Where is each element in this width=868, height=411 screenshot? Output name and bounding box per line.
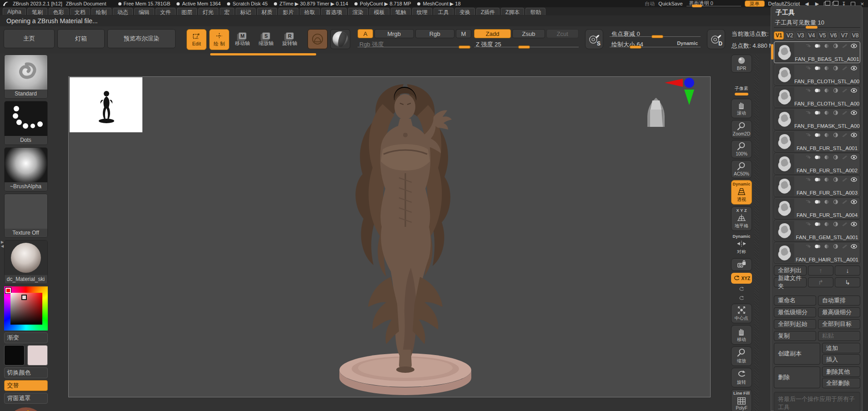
menu-item[interactable]: 渲染 bbox=[348, 8, 368, 15]
color-picker[interactable] bbox=[4, 286, 48, 331]
move-down-button[interactable]: ↓ bbox=[835, 266, 860, 276]
move-axis-button[interactable]: M 移动轴 bbox=[232, 29, 253, 50]
secondary-color-swatch[interactable] bbox=[27, 345, 48, 366]
menu-item[interactable]: 动态 bbox=[113, 8, 133, 15]
contrast-icon[interactable] bbox=[833, 177, 839, 182]
contrast-icon[interactable] bbox=[833, 132, 839, 138]
subtool-thumbnail[interactable] bbox=[775, 43, 794, 62]
list-select-icon[interactable] bbox=[805, 43, 812, 49]
draw-size-nub[interactable] bbox=[630, 45, 641, 49]
rgb-button[interactable]: Rgb bbox=[415, 29, 455, 38]
eye-visibility-icon[interactable] bbox=[851, 155, 857, 160]
pen-icon[interactable] bbox=[842, 244, 848, 249]
zcut-button[interactable]: Zcut bbox=[546, 29, 579, 38]
alternate-button[interactable]: 交替 bbox=[4, 380, 48, 391]
brush-thumbnail[interactable] bbox=[5, 55, 47, 90]
menu-item[interactable]: 编辑 bbox=[134, 8, 154, 15]
subtool-thumbnail[interactable] bbox=[775, 154, 794, 174]
auto-reorder-button[interactable]: 自动重排 bbox=[818, 296, 860, 306]
subtool-thumbnail[interactable] bbox=[775, 132, 794, 151]
rename-button[interactable]: 重命名 bbox=[774, 296, 816, 306]
mrgb-button[interactable]: Mrgb bbox=[374, 29, 414, 38]
strip-tool-button[interactable]: BPR bbox=[731, 55, 752, 73]
pen-icon[interactable] bbox=[842, 132, 848, 138]
alpha-selector[interactable]: ~BrushAlpha bbox=[4, 147, 48, 191]
subtool-thumbnail[interactable] bbox=[775, 87, 794, 107]
texture-thumbnail[interactable] bbox=[5, 194, 47, 229]
list-select-icon[interactable] bbox=[805, 244, 812, 249]
menu-item[interactable]: 材质 bbox=[257, 8, 277, 15]
dynamic-size-button[interactable]: D bbox=[707, 29, 725, 49]
copy-button[interactable]: 复制 bbox=[774, 331, 816, 341]
strip-tool-button[interactable]: 子像素 bbox=[731, 75, 752, 97]
subtool-thumbnail[interactable] bbox=[775, 199, 794, 218]
append-button[interactable]: 追加 bbox=[822, 343, 860, 353]
strip-tool-button[interactable]: 滚动 bbox=[731, 99, 752, 118]
contrast-icon[interactable] bbox=[833, 155, 839, 160]
move-up-button[interactable]: ↑ bbox=[808, 266, 833, 276]
shaded-icon[interactable] bbox=[823, 244, 830, 249]
sculptris-pro-button[interactable]: S bbox=[585, 29, 603, 49]
shelf-accent-bar[interactable] bbox=[210, 53, 316, 55]
scale-axis-button[interactable]: S 缩放轴 bbox=[256, 29, 277, 50]
eye-visibility-icon[interactable] bbox=[851, 43, 857, 49]
subtool-item[interactable]: FAN_FB_FUR_STL_A002 bbox=[774, 153, 860, 175]
insert-button[interactable]: 插入 bbox=[822, 354, 860, 365]
menu-item[interactable]: Z插件 bbox=[476, 8, 500, 15]
switch-color-button[interactable]: 切换颜色 bbox=[4, 367, 48, 378]
menu-item[interactable]: 绘制 bbox=[91, 8, 111, 15]
delete-other-button[interactable]: 删除其他 bbox=[822, 366, 860, 377]
menu-item[interactable]: 图层 bbox=[177, 8, 197, 15]
menu-item[interactable]: 工具 bbox=[434, 8, 454, 15]
delete-all-button[interactable]: 全部删除 bbox=[822, 378, 860, 388]
menu-item[interactable]: 笔刷 bbox=[27, 8, 47, 15]
strip-tool-button[interactable]: AC50% bbox=[731, 160, 752, 178]
menu-item[interactable]: 灯光 bbox=[198, 8, 218, 15]
brush-selector[interactable]: Standard bbox=[4, 55, 48, 99]
polypaint-icon[interactable] bbox=[814, 110, 821, 115]
list-select-icon[interactable] bbox=[805, 177, 812, 182]
view-tab[interactable]: V3 bbox=[796, 31, 806, 40]
menu-item[interactable]: 帮助 bbox=[525, 8, 545, 15]
delete-button[interactable]: 删除 bbox=[774, 366, 820, 388]
subtool-item[interactable]: FAN_FB_FMASK_STL_A001 bbox=[774, 108, 860, 130]
view-tab[interactable]: V4 bbox=[807, 31, 817, 40]
subtool-item[interactable]: FAN_FB_FUR_STL_A004 bbox=[774, 197, 860, 219]
strip-tool-button[interactable] bbox=[731, 258, 752, 271]
eye-visibility-icon[interactable] bbox=[851, 65, 857, 71]
shaded-icon[interactable] bbox=[823, 65, 830, 71]
rgb-intensity-slider[interactable]: Rgb 强度 bbox=[358, 40, 471, 49]
strip-tool-button[interactable]: Dynamic 对称 bbox=[731, 233, 752, 256]
view-tab[interactable]: V5 bbox=[818, 31, 828, 40]
window-scrollbar[interactable] bbox=[863, 7, 868, 411]
subtool-thumbnail[interactable] bbox=[775, 110, 794, 129]
pen-icon[interactable] bbox=[842, 43, 848, 49]
view-tab[interactable]: V6 bbox=[828, 31, 838, 40]
contrast-icon[interactable] bbox=[833, 244, 839, 249]
document-thumbnail[interactable] bbox=[70, 77, 142, 132]
list-select-icon[interactable] bbox=[805, 199, 812, 205]
rotate-axis-button[interactable]: R 旋转轴 bbox=[279, 29, 300, 50]
pen-icon[interactable] bbox=[842, 110, 848, 115]
list-select-icon[interactable] bbox=[805, 155, 812, 160]
strip-tool-button[interactable]: 缩放 bbox=[731, 346, 752, 366]
subtool-item[interactable]: FAN_FB_GEM_STL_A001 bbox=[774, 220, 860, 241]
material-selector[interactable]: dc_Material_ski bbox=[4, 240, 48, 284]
contrast-icon[interactable] bbox=[833, 110, 839, 115]
strip-tool-button[interactable]: 移动 bbox=[731, 325, 752, 345]
alpha-thumbnail[interactable] bbox=[5, 148, 47, 182]
view-tab[interactable]: V8 bbox=[850, 31, 860, 40]
pen-icon[interactable] bbox=[842, 155, 848, 160]
menu-item[interactable]: 影片 bbox=[278, 8, 298, 15]
strip-tool-button[interactable]: 中心点 bbox=[731, 304, 752, 323]
menu-item[interactable]: 变换 bbox=[455, 8, 475, 15]
edit-button[interactable]: Edit bbox=[187, 29, 207, 50]
sculpture-model[interactable] bbox=[314, 77, 496, 397]
pen-icon[interactable] bbox=[842, 88, 848, 93]
menu-item[interactable]: Alpha bbox=[3, 8, 26, 15]
paste-button[interactable]: 粘贴 bbox=[818, 331, 860, 341]
strip-tool-button[interactable] bbox=[731, 295, 752, 302]
subtool-visible-count-slider[interactable]: 子工具可见数量 10 bbox=[774, 19, 860, 28]
eye-visibility-icon[interactable] bbox=[851, 221, 857, 227]
menu-item[interactable]: 文件 bbox=[156, 8, 176, 15]
